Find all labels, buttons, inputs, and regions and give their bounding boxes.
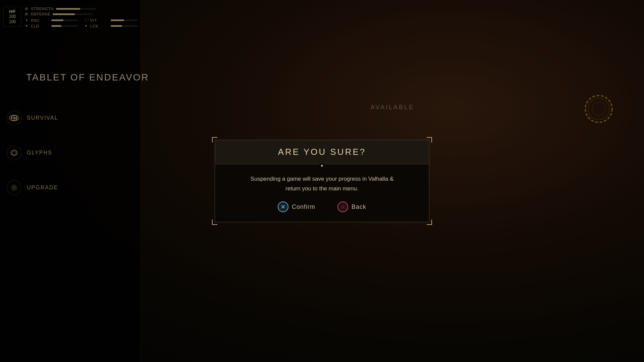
dialog-box: ARE YOU SURE? Suspending a game will sav… [215, 140, 429, 223]
dialog-message: Suspending a game will save your progres… [232, 174, 412, 194]
confirm-icon: ✕ [278, 201, 288, 212]
corner-br-decoration [427, 220, 432, 225]
dialog-body: Suspending a game will save your progres… [215, 164, 429, 222]
modal-overlay: ARE YOU SURE? Suspending a game will sav… [0, 0, 644, 362]
corner-tr-decoration [427, 137, 432, 142]
back-button[interactable]: ○ Back [335, 200, 369, 214]
dialog-title: ARE YOU SURE? [228, 147, 416, 157]
dialog-wrapper: ARE YOU SURE? Suspending a game will sav… [215, 140, 429, 223]
confirm-label: Confirm [292, 203, 315, 210]
dialog-buttons: ✕ Confirm ○ Back [232, 200, 412, 214]
corner-tl-decoration [212, 137, 217, 142]
back-icon: ○ [337, 201, 348, 212]
corner-bl-decoration [212, 220, 217, 225]
confirm-button[interactable]: ✕ Confirm [275, 200, 318, 214]
back-label: Back [352, 203, 366, 210]
dialog-header: ARE YOU SURE? [215, 140, 429, 164]
